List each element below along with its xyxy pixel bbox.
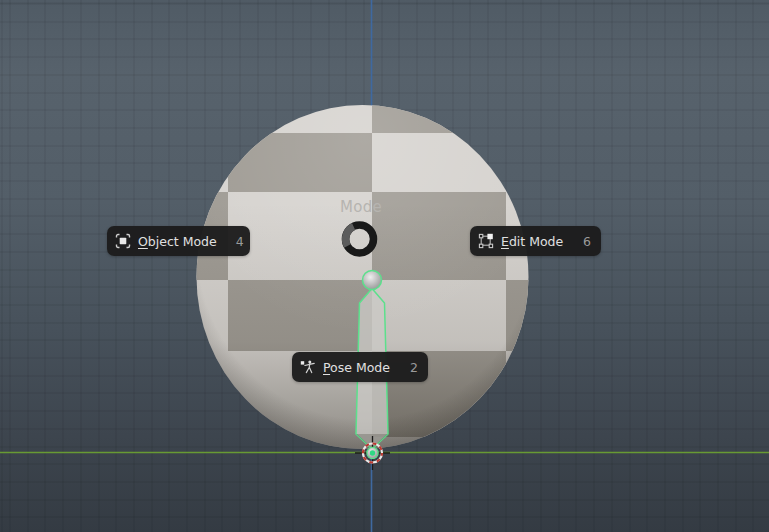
shortcut-key: 6 [571,234,591,249]
pie-menu-title: Mode [321,198,401,216]
pie-item-pose-mode[interactable]: Pose Mode 2 [292,352,428,382]
shortcut-key: 4 [224,234,244,249]
viewport-scene [0,0,769,532]
3d-viewport[interactable]: Mode Object Mode 4 Edit Mode 6 Pose Mode… [0,0,769,532]
object-mode-icon [115,233,131,249]
shortcut-key: 2 [398,360,418,375]
pie-item-object-mode[interactable]: Object Mode 4 [107,226,250,256]
bone-head-ball [363,271,382,290]
pie-item-edit-mode[interactable]: Edit Mode 6 [470,226,601,256]
pose-mode-icon [300,359,316,375]
edit-mode-icon [478,233,494,249]
pie-item-label: Edit Mode [501,234,563,249]
pie-item-label: Object Mode [138,234,217,249]
pie-item-label: Pose Mode [323,360,390,375]
